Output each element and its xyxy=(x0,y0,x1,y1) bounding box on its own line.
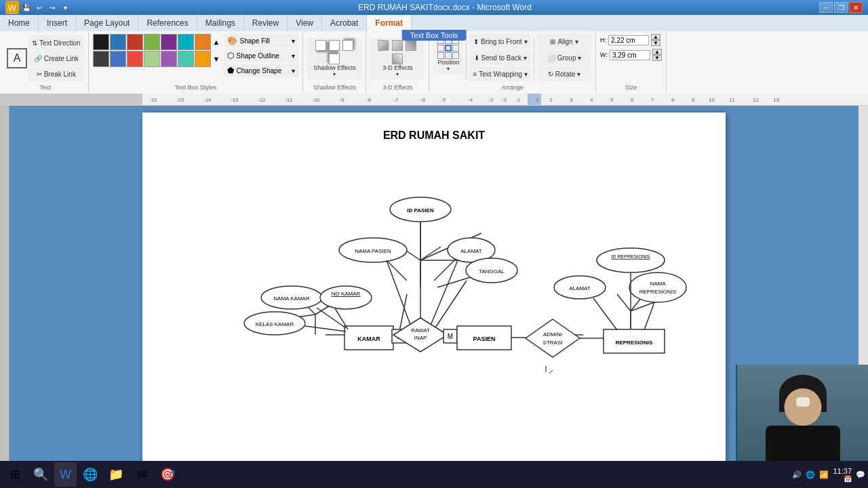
save-quick-btn[interactable]: 💾 xyxy=(21,2,32,13)
align-btn[interactable]: ⊞ Align ▾ xyxy=(537,34,591,49)
text-group: A ⇅ Text Direction 🔗 Create Link ✂ Break… xyxy=(3,33,89,92)
swatch-orange[interactable] xyxy=(195,34,211,50)
tab-home[interactable]: Home xyxy=(0,15,39,31)
swatch-green[interactable] xyxy=(144,34,160,50)
swatch-violet[interactable] xyxy=(161,51,177,67)
svg-text:-6: -6 xyxy=(420,97,426,103)
height-input[interactable] xyxy=(608,35,649,45)
tab-mailings[interactable]: Mailings xyxy=(197,15,244,31)
width-spin-down[interactable]: ▼ xyxy=(652,55,662,61)
svg-text:REPRESIONIS: REPRESIONIS xyxy=(639,289,677,295)
svg-text:TANGGAL: TANGGAL xyxy=(479,268,505,274)
group-btn[interactable]: ⬜ Group ▾ xyxy=(537,50,591,65)
svg-text:8: 8 xyxy=(671,97,675,103)
tab-acrobat[interactable]: Acrobat xyxy=(322,15,367,31)
swatch-darkgray[interactable] xyxy=(93,51,109,67)
svg-text:5: 5 xyxy=(610,97,614,103)
swatch-scroll-up[interactable]: ▲ xyxy=(212,34,222,50)
shape-outline-btn[interactable]: ⬡ Shape Outline ▾ xyxy=(224,49,298,62)
text-group-label: Text xyxy=(7,83,84,91)
taskbar-word-app[interactable]: W xyxy=(54,462,77,487)
size-group-label: Size xyxy=(600,83,662,91)
erd-canvas: ID PASIEN NAMA PASIEN ALAMAT TANGGAL xyxy=(156,148,712,433)
undo-quick-btn[interactable]: ↩ xyxy=(34,2,45,13)
shape-outline-dropdown[interactable]: ▾ xyxy=(292,52,295,60)
width-input[interactable] xyxy=(610,50,650,60)
group-icon: ⬜ xyxy=(547,54,555,62)
svg-text:-3: -3 xyxy=(488,97,494,103)
width-spin-up[interactable]: ▲ xyxy=(652,49,662,55)
change-shape-dropdown[interactable]: ▾ xyxy=(292,67,295,75)
svg-text:ID REPRESIONIS: ID REPRESIONIS xyxy=(612,254,650,259)
tab-review[interactable]: Review xyxy=(244,15,288,31)
swatch-purple[interactable] xyxy=(161,34,177,50)
ruler-svg: -16-15 -14-13 -12-11 -10-9 -8-7 -6-5 -4-… xyxy=(0,94,868,106)
break-link-btn[interactable]: ✂ Break Link xyxy=(28,66,84,81)
bring-to-front-btn[interactable]: ⬆ Bring to Front ▾ xyxy=(469,34,531,49)
swatch-cyan[interactable] xyxy=(178,51,194,67)
svg-text:KAMAR: KAMAR xyxy=(357,336,380,342)
tab-format[interactable]: Format xyxy=(367,15,412,31)
swatch-lightgreen[interactable] xyxy=(144,51,160,67)
tab-references[interactable]: References xyxy=(138,15,197,31)
svg-line-34 xyxy=(420,247,441,260)
swatch-teal[interactable] xyxy=(178,34,194,50)
swatch-black[interactable] xyxy=(93,34,109,50)
svg-marker-90 xyxy=(526,319,580,357)
browser-btn[interactable]: 🌐 xyxy=(78,462,102,487)
arrange-group-label: Arrange xyxy=(433,83,591,91)
svg-text:-2: -2 xyxy=(502,97,507,103)
send-to-back-btn[interactable]: ⬇ Send to Back ▾ xyxy=(469,50,531,65)
svg-point-100 xyxy=(629,272,686,302)
swatch-amber[interactable] xyxy=(195,51,211,67)
svg-text:12: 12 xyxy=(753,97,759,103)
app6-btn[interactable]: 🎯 xyxy=(155,462,180,487)
text-direction-btn[interactable]: ⇅ Text Direction xyxy=(28,35,84,50)
swatch-brightred[interactable] xyxy=(127,51,143,67)
tab-view[interactable]: View xyxy=(288,15,322,31)
tab-insert[interactable]: Insert xyxy=(39,15,76,31)
page-container: ERD RUMAH SAKIT xyxy=(9,106,859,469)
text-wrapping-btn[interactable]: ≡ Text Wrapping ▾ xyxy=(469,66,531,81)
search-btn[interactable]: 🔍 xyxy=(28,462,53,487)
svg-text:ALAMAT: ALAMAT xyxy=(569,285,591,291)
tab-page-layout[interactable]: Page Layout xyxy=(76,15,138,31)
taskbar-speaker: 📶 xyxy=(819,470,829,479)
shadow-effects-btn[interactable]: Shadow Effects ▾ xyxy=(307,38,361,79)
shape-fill-dropdown[interactable]: ▾ xyxy=(292,37,295,45)
mail-btn[interactable]: ✉ xyxy=(130,462,154,487)
taskbar: ⊞ 🔍 W 🌐 📁 ✉ 🎯 🔊 🌐 📶 11:37 📅 💬 xyxy=(0,461,868,488)
minimize-btn[interactable]: ─ xyxy=(819,2,833,13)
svg-line-78 xyxy=(335,308,348,329)
arrange-group: Position ▾ ⬆ Bring to Front ▾ ⬇ Send to … xyxy=(429,33,596,92)
ribbon-tabs: Home Insert Page Layout References Maili… xyxy=(0,15,868,31)
rotate-btn[interactable]: ↻ Rotate ▾ xyxy=(537,66,591,81)
explorer-btn[interactable]: 📁 xyxy=(104,462,128,487)
send-back-icon: ⬇ xyxy=(474,54,479,62)
three-d-effects-btn[interactable]: 3-D Effects ▾ xyxy=(370,38,425,79)
height-spin-up[interactable]: ▲ xyxy=(651,34,660,40)
swatch-red[interactable] xyxy=(127,34,143,50)
close-btn[interactable]: ✕ xyxy=(849,2,863,13)
swatch-scroll-down[interactable]: ▼ xyxy=(212,51,222,67)
height-spin-down[interactable]: ▼ xyxy=(651,40,660,46)
create-link-btn[interactable]: 🔗 Create Link xyxy=(28,51,84,66)
customize-quick-btn[interactable]: ▾ xyxy=(60,2,71,13)
start-btn[interactable]: ⊞ xyxy=(3,462,27,487)
three-d-effects-label: 3-D Effects xyxy=(370,83,425,91)
webcam-person xyxy=(737,365,868,473)
restore-btn[interactable]: ❐ xyxy=(834,2,848,13)
change-shape-btn[interactable]: ⬟ Change Shape ▾ xyxy=(224,64,298,77)
change-shape-icon: ⬟ xyxy=(227,66,234,75)
erd-svg: ID PASIEN NAMA PASIEN ALAMAT TANGGAL xyxy=(156,148,712,433)
taskbar-notification[interactable]: 💬 xyxy=(856,470,865,479)
shape-fill-btn[interactable]: 🎨 Shape Fill ▾ xyxy=(224,34,298,47)
text-box-styles-content: ▲ ▼ 🎨 Shape Fill ▾ xyxy=(93,34,299,83)
swatch-medblue[interactable] xyxy=(110,51,126,67)
swatch-blue[interactable] xyxy=(110,34,126,50)
svg-text:9: 9 xyxy=(692,97,695,103)
shadow-effects-content: Shadow Effects ▾ xyxy=(307,34,361,83)
svg-text:-16: -16 xyxy=(149,97,157,103)
svg-text:INAP: INAP xyxy=(414,335,427,341)
redo-quick-btn[interactable]: ↪ xyxy=(47,2,58,13)
